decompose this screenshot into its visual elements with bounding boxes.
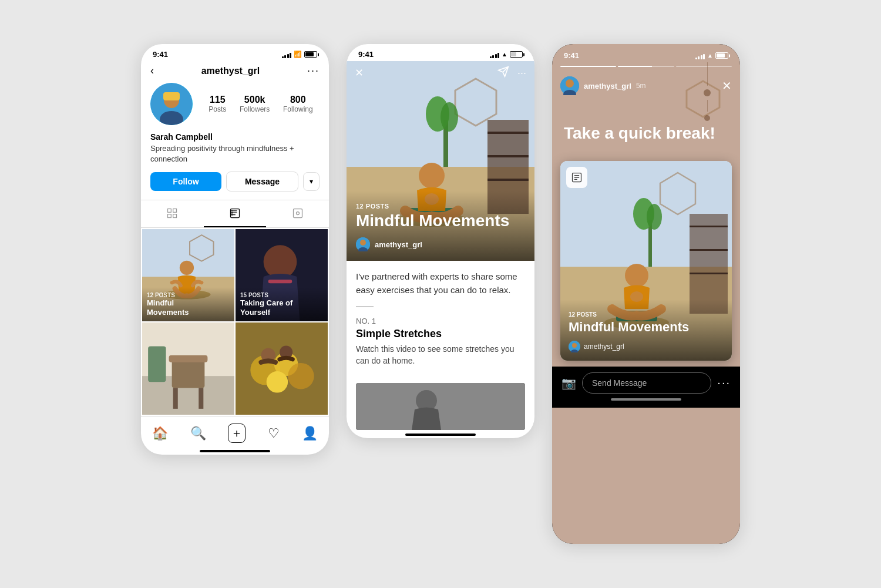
grid-posts-1: 12 POSTS [147, 292, 230, 298]
grid-title-1: MindfulMovements [147, 298, 230, 317]
progress-bar-1 [560, 66, 616, 67]
svg-rect-66 [690, 273, 728, 274]
stat-posts: 115 Posts [209, 95, 226, 113]
bottom-nav: 🏠 🔍 ＋ ♡ 👤 [141, 416, 329, 446]
story-card-image: 12 POSTS Mindful Movements amethyst_grl [560, 161, 732, 361]
progress-bar-2 [618, 66, 674, 67]
message-placeholder: Send Message [592, 378, 647, 388]
story-card-username: amethyst_grl [584, 342, 624, 351]
svg-rect-21 [268, 280, 292, 283]
svg-rect-42 [487, 179, 529, 181]
svg-point-10 [231, 213, 233, 214]
status-time-2: 9:41 [358, 50, 374, 59]
svg-point-45 [441, 102, 458, 132]
grid-item-1[interactable]: 12 POSTS MindfulMovements [142, 229, 234, 321]
svg-rect-63 [690, 214, 728, 314]
story-bottom-bar: 📷 Send Message ··· [552, 367, 740, 408]
stat-following: 800 Following [283, 95, 313, 113]
profile-bio: Sarah Campbell Spreading positivity thro… [141, 132, 329, 172]
svg-rect-24 [172, 358, 205, 388]
guide-item-desc: Watch this video to see some stretches y… [356, 344, 525, 367]
back-button[interactable]: ‹ [150, 65, 154, 77]
grid-item-3[interactable] [142, 322, 234, 415]
story-card-title: Mindful Movements [569, 320, 724, 334]
grid-item-4[interactable] [236, 322, 328, 415]
tab-tagged[interactable] [266, 200, 329, 227]
svg-rect-40 [487, 132, 529, 134]
svg-rect-28 [148, 347, 166, 382]
wifi-icon-1: 📶 [294, 51, 302, 58]
phone2-guide: 9:41 ▲ ✕ [347, 44, 534, 438]
story-background: amethyst_grl 5m ✕ Take a quick break! [552, 62, 740, 544]
story-username: amethyst_grl [584, 82, 631, 90]
status-time-3: 9:41 [564, 51, 579, 60]
signal-icon-3 [695, 52, 705, 59]
svg-point-13 [296, 212, 299, 215]
guide-author-avatar [356, 237, 370, 251]
svg-point-69 [647, 204, 662, 230]
svg-rect-26 [173, 388, 178, 409]
guide-author-name: amethyst_grl [375, 240, 422, 249]
svg-point-11 [231, 214, 233, 216]
guide-more-button[interactable]: ··· [517, 67, 526, 79]
camera-icon[interactable]: 📷 [561, 376, 576, 390]
grid-overlay-1: 12 POSTS MindfulMovements [142, 287, 234, 321]
story-more-button[interactable]: ··· [717, 376, 731, 389]
nav-home[interactable]: 🏠 [152, 426, 168, 441]
stat-followers: 500k Followers [240, 95, 270, 113]
send-message-input[interactable]: Send Message [582, 372, 711, 394]
grid-item-2[interactable]: 15 POSTS Taking Care ofYourself [236, 229, 328, 321]
signal-icon-1 [282, 51, 292, 58]
tab-grid[interactable] [141, 200, 204, 227]
svg-rect-27 [199, 388, 203, 409]
status-bar-1: 9:41 📶 [141, 44, 329, 61]
svg-rect-64 [690, 226, 728, 227]
guide-share-button[interactable] [497, 66, 509, 80]
nav-add[interactable]: ＋ [228, 424, 246, 443]
guide-item-number: NO. 1 [356, 317, 525, 325]
svg-rect-5 [173, 209, 177, 213]
stats-row: 115 Posts 500k Followers 800 Following [202, 95, 320, 113]
status-icons-3: ▲ [695, 52, 728, 59]
nav-search[interactable]: 🔍 [190, 426, 206, 441]
svg-rect-53 [356, 383, 525, 430]
tabs-row [141, 200, 329, 228]
more-options-button[interactable]: ··· [307, 65, 320, 77]
screens-container: 9:41 📶 ‹ amethyst_grl ··· [141, 44, 740, 544]
nav-profile[interactable]: 👤 [302, 426, 318, 441]
nav-heart[interactable]: ♡ [268, 426, 280, 441]
status-bar-3: 9:41 ▲ [552, 44, 740, 62]
message-button[interactable]: Message [226, 172, 298, 191]
guide-item-title: Simple Stretches [356, 328, 525, 340]
guide-author: amethyst_grl [356, 237, 525, 251]
wifi-icon-2: ▲ [502, 51, 507, 58]
grid-overlay-2: 15 POSTS Taking Care ofYourself [236, 287, 328, 321]
guide-close-button[interactable]: ✕ [355, 66, 364, 79]
story-card-posts: 12 POSTS [569, 311, 724, 318]
story-user-info: amethyst_grl 5m [560, 76, 646, 95]
following-label: Following [283, 105, 313, 113]
story-progress [552, 62, 740, 70]
status-time-1: 9:41 [153, 50, 168, 59]
guide-divider [356, 306, 374, 307]
svg-rect-65 [690, 249, 728, 251]
story-card[interactable]: 12 POSTS Mindful Movements amethyst_grl [560, 161, 732, 361]
bio-name: Sarah Campbell [150, 132, 320, 142]
signal-icon-2 [490, 51, 500, 58]
tab-guide[interactable] [204, 200, 267, 227]
guide-content: I've partnered with experts to share som… [347, 261, 534, 376]
photo-grid: 12 POSTS MindfulMovements 15 POSTS Tak [141, 228, 329, 416]
dropdown-button[interactable]: ▾ [303, 172, 320, 191]
guide-hero-overlay: 12 POSTS Mindful Movements amethyst_grl [347, 191, 534, 261]
status-icons-2: ▲ [490, 51, 523, 58]
svg-point-9 [231, 210, 233, 211]
guide-title: Mindful Movements [356, 212, 525, 230]
battery-icon-2 [510, 51, 523, 58]
guide-preview-image [356, 383, 525, 430]
phone1-profile: 9:41 📶 ‹ amethyst_grl ··· [141, 44, 329, 455]
story-close-button[interactable]: ✕ [722, 79, 732, 93]
profile-username: amethyst_grl [201, 66, 260, 76]
follow-button[interactable]: Follow [150, 172, 221, 191]
guide-hero: ✕ ··· [347, 61, 534, 261]
story-card-author: amethyst_grl [569, 341, 724, 352]
